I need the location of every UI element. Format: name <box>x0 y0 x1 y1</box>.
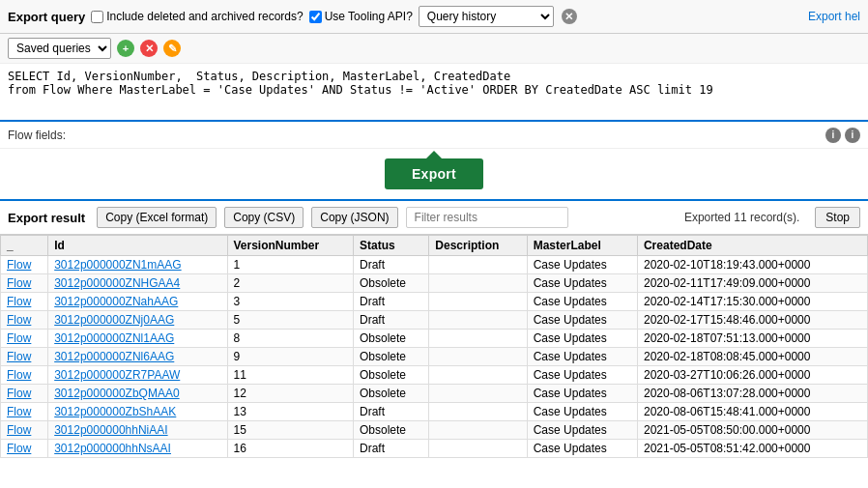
version-cell: 5 <box>227 311 354 330</box>
flow-link[interactable]: Flow <box>1 366 48 385</box>
filter-results-input[interactable] <box>406 207 568 228</box>
status-cell: Obsolete <box>354 330 429 348</box>
masterlabel-cell: Case Updates <box>527 348 637 366</box>
info-icon-2[interactable]: i <box>845 128 860 143</box>
flow-fields-row: Flow fields: i i <box>0 122 868 149</box>
query-text: SELECT Id, VersionNumber, Status, Descri… <box>8 70 860 97</box>
masterlabel-cell: Case Updates <box>527 330 637 348</box>
table-row: Flow 3012p000000ZNahAAG 3 Draft Case Upd… <box>1 293 868 311</box>
info-icon-1[interactable]: i <box>825 128 841 143</box>
table-row: Flow 3012p000000ZR7PAAW 11 Obsolete Case… <box>1 366 868 385</box>
version-cell: 13 <box>227 403 354 421</box>
version-cell: 2 <box>227 274 354 293</box>
description-cell <box>429 330 527 348</box>
clear-history-button[interactable]: ✕ <box>562 9 577 24</box>
copy-csv-button[interactable]: Copy (CSV) <box>224 207 304 228</box>
masterlabel-cell: Case Updates <box>527 366 637 385</box>
use-tooling-text: Use Tooling API? <box>325 10 413 23</box>
saved-queries-bar: Saved queries + ✕ ✎ <box>0 34 868 64</box>
add-query-button[interactable]: + <box>117 40 134 57</box>
edit-query-button[interactable]: ✎ <box>163 40 181 57</box>
id-link[interactable]: 3012p000000ZNHGAA4 <box>48 274 227 293</box>
stop-button[interactable]: Stop <box>815 207 860 228</box>
use-tooling-checkbox[interactable] <box>309 11 322 23</box>
createddate-cell: 2020-03-27T10:06:26.000+0000 <box>637 366 867 385</box>
description-cell <box>429 274 527 293</box>
status-cell: Obsolete <box>354 385 429 403</box>
id-link[interactable]: 3012p000000ZNj0AAG <box>48 311 227 330</box>
table-row: Flow 3012p000000hhNsAAI 16 Draft Case Up… <box>1 440 868 458</box>
createddate-cell: 2020-02-18T08:08:45.000+0000 <box>637 348 867 366</box>
flow-link[interactable]: Flow <box>1 440 48 458</box>
flow-link[interactable]: Flow <box>1 330 48 348</box>
flow-link[interactable]: Flow <box>1 348 48 366</box>
createddate-cell: 2020-08-06T13:07:28.000+0000 <box>637 385 867 403</box>
flow-link[interactable]: Flow <box>1 403 48 421</box>
flow-link[interactable]: Flow <box>1 256 48 274</box>
id-link[interactable]: 3012p000000ZR7PAAW <box>48 366 227 385</box>
toolbar-left: Export query Include deleted and archive… <box>8 6 577 27</box>
include-deleted-label[interactable]: Include deleted and archived records? <box>91 10 303 23</box>
export-button[interactable]: Export <box>385 158 483 189</box>
masterlabel-cell: Case Updates <box>527 256 637 274</box>
id-link[interactable]: 3012p000000ZNl6AAG <box>48 348 227 366</box>
flow-link[interactable]: Flow <box>1 293 48 311</box>
description-cell <box>429 403 527 421</box>
results-table-wrapper: _ Id VersionNumber Status Description Ma… <box>0 235 868 458</box>
col-header-masterlabel: MasterLabel <box>527 236 637 256</box>
description-cell <box>429 348 527 366</box>
createddate-cell: 2020-02-14T17:15:30.000+0000 <box>637 293 867 311</box>
delete-query-button[interactable]: ✕ <box>140 40 158 57</box>
version-cell: 16 <box>227 440 354 458</box>
description-cell <box>429 421 527 440</box>
id-link[interactable]: 3012p000000ZN1mAAG <box>48 256 227 274</box>
status-cell: Draft <box>354 311 429 330</box>
description-cell <box>429 440 527 458</box>
masterlabel-cell: Case Updates <box>527 385 637 403</box>
saved-queries-select[interactable]: Saved queries <box>8 38 111 59</box>
id-link[interactable]: 3012p000000ZNahAAG <box>48 293 227 311</box>
flow-link[interactable]: Flow <box>1 311 48 330</box>
masterlabel-cell: Case Updates <box>527 421 637 440</box>
masterlabel-cell: Case Updates <box>527 293 637 311</box>
status-cell: Draft <box>354 293 429 311</box>
col-header-underscore: _ <box>1 236 48 256</box>
id-link[interactable]: 3012p000000ZbQMAA0 <box>48 385 227 403</box>
description-cell <box>429 293 527 311</box>
flow-link[interactable]: Flow <box>1 385 48 403</box>
toolbar-right: Export hel <box>808 10 860 23</box>
id-link[interactable]: 3012p000000ZNl1AAG <box>48 330 227 348</box>
description-cell <box>429 366 527 385</box>
use-tooling-label[interactable]: Use Tooling API? <box>309 10 413 23</box>
table-row: Flow 3012p000000ZNl6AAG 9 Obsolete Case … <box>1 348 868 366</box>
id-link[interactable]: 3012p000000hhNiAAI <box>48 421 227 440</box>
query-history-select[interactable]: Query history <box>419 6 554 27</box>
results-table: _ Id VersionNumber Status Description Ma… <box>0 235 868 458</box>
version-cell: 15 <box>227 421 354 440</box>
include-deleted-checkbox[interactable] <box>91 11 103 23</box>
table-row: Flow 3012p000000ZN1mAAG 1 Draft Case Upd… <box>1 256 868 274</box>
createddate-cell: 2020-02-17T15:48:46.000+0000 <box>637 311 867 330</box>
export-help-link[interactable]: Export hel <box>808 10 860 23</box>
status-cell: Obsolete <box>354 348 429 366</box>
id-link[interactable]: 3012p000000hhNsAAI <box>48 440 227 458</box>
flow-link[interactable]: Flow <box>1 421 48 440</box>
masterlabel-cell: Case Updates <box>527 403 637 421</box>
status-cell: Obsolete <box>354 274 429 293</box>
version-cell: 3 <box>227 293 354 311</box>
col-header-createddate: CreatedDate <box>637 236 867 256</box>
col-header-version: VersionNumber <box>227 236 354 256</box>
copy-json-button[interactable]: Copy (JSON) <box>311 207 397 228</box>
createddate-cell: 2020-02-11T17:49:09.000+0000 <box>637 274 867 293</box>
copy-excel-button[interactable]: Copy (Excel format) <box>97 207 217 228</box>
flow-link[interactable]: Flow <box>1 274 48 293</box>
createddate-cell: 2020-02-10T18:19:43.000+0000 <box>637 256 867 274</box>
col-header-description: Description <box>429 236 527 256</box>
col-header-status: Status <box>354 236 429 256</box>
createddate-cell: 2020-08-06T15:48:41.000+0000 <box>637 403 867 421</box>
id-link[interactable]: 3012p000000ZbShAAK <box>48 403 227 421</box>
version-cell: 8 <box>227 330 354 348</box>
export-query-label: Export query <box>8 10 85 24</box>
masterlabel-cell: Case Updates <box>527 274 637 293</box>
status-cell: Obsolete <box>354 366 429 385</box>
